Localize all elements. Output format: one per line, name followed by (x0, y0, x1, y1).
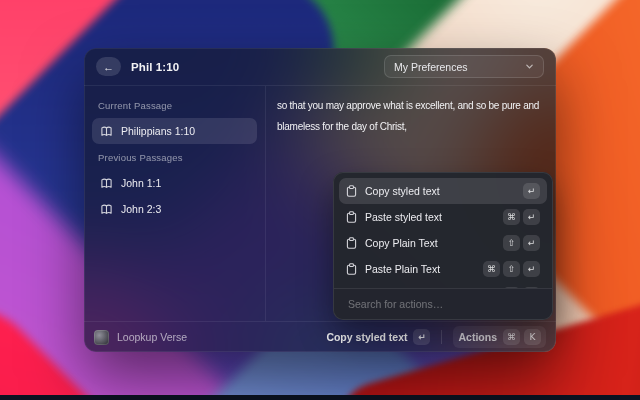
action-label: Copy Plain Text (365, 237, 438, 249)
back-button[interactable]: ← (96, 57, 121, 76)
action-label: Copy styled text (365, 185, 440, 197)
screen: ← Phil 1:10 My Preferences Current Passa… (0, 0, 640, 400)
actions-search-bar (334, 288, 552, 319)
sidebar-item-philippians[interactable]: Philippians 1:10 (92, 118, 257, 144)
k-key-badge: K (524, 329, 541, 345)
page-title: Phil 1:10 (131, 61, 179, 73)
key-badge: ⌘ (503, 209, 520, 225)
dropdown-label: My Preferences (394, 61, 468, 73)
cmd-key-badge: ⌘ (503, 329, 520, 345)
sidebar-item-john-1-1[interactable]: John 1:1 (92, 170, 257, 196)
action-label: Paste Plain Text (365, 263, 440, 275)
shortcut-keys: ⇧ ↵ (503, 235, 540, 251)
key-badge: ↵ (523, 261, 540, 277)
key-badge: ⇧ (503, 261, 520, 277)
passage-sidebar: Current Passage Philippians 1:10 Previou… (84, 86, 266, 321)
action-copy-plain-text[interactable]: Copy Plain Text ⇧ ↵ (339, 230, 547, 256)
arrow-left-icon: ← (103, 61, 114, 73)
key-badge: ↵ (523, 183, 540, 199)
verse-text: so that you may approve what is excellen… (277, 95, 548, 137)
action-paste-styled-text[interactable]: Paste styled text ⌘ ↵ (339, 204, 547, 230)
key-badge: ↵ (523, 235, 540, 251)
actions-menu-list: Copy styled text ↵ Paste styled text ⌘ ↵ (334, 173, 552, 288)
sidebar-item-label: John 2:3 (121, 203, 161, 215)
actions-search-input[interactable] (346, 297, 540, 311)
window-footer: Loopkup Verse Copy styled text ↵ Actions… (84, 321, 556, 352)
return-key-badge: ↵ (413, 329, 430, 345)
raycast-window: ← Phil 1:10 My Preferences Current Passa… (84, 48, 556, 352)
sidebar-item-label: John 1:1 (121, 177, 161, 189)
preferences-dropdown[interactable]: My Preferences (384, 55, 544, 78)
action-copy-styled-text[interactable]: Copy styled text ↵ (339, 178, 547, 204)
clipboard-icon (346, 211, 357, 223)
key-badge: ⇧ (503, 235, 520, 251)
shortcut-keys: ↵ (523, 183, 540, 199)
primary-action-label: Copy styled text (326, 331, 407, 343)
section-label-previous: Previous Passages (98, 152, 251, 163)
action-label: Paste styled text (365, 211, 442, 223)
clipboard-icon (346, 185, 357, 197)
key-badge: ⌘ (483, 261, 500, 277)
primary-action-button[interactable]: Copy styled text ↵ (326, 329, 430, 345)
sidebar-item-label: Philippians 1:10 (121, 125, 195, 137)
action-paste-plain-text[interactable]: Paste Plain Text ⌘ ⇧ ↵ (339, 256, 547, 282)
actions-menu-popup: Copy styled text ↵ Paste styled text ⌘ ↵ (333, 172, 553, 320)
clipboard-icon (346, 237, 357, 249)
wallpaper-bottom-strip (0, 395, 640, 400)
sidebar-item-john-2-3[interactable]: John 2:3 (92, 196, 257, 222)
clipboard-icon (346, 263, 357, 275)
key-badge: ↵ (523, 209, 540, 225)
actions-label: Actions (458, 331, 497, 343)
actions-button[interactable]: Actions ⌘ K (453, 326, 546, 348)
section-label-current: Current Passage (98, 100, 251, 111)
book-open-icon (100, 125, 113, 138)
shortcut-keys: ⌘ ↵ (503, 209, 540, 225)
window-header: ← Phil 1:10 My Preferences (84, 48, 556, 86)
book-open-icon (100, 203, 113, 216)
extension-name: Loopkup Verse (117, 331, 187, 343)
chevron-down-icon (525, 62, 534, 71)
extension-icon (94, 330, 109, 345)
footer-divider (441, 330, 442, 344)
book-open-icon (100, 177, 113, 190)
shortcut-keys: ⌘ ⇧ ↵ (483, 261, 540, 277)
